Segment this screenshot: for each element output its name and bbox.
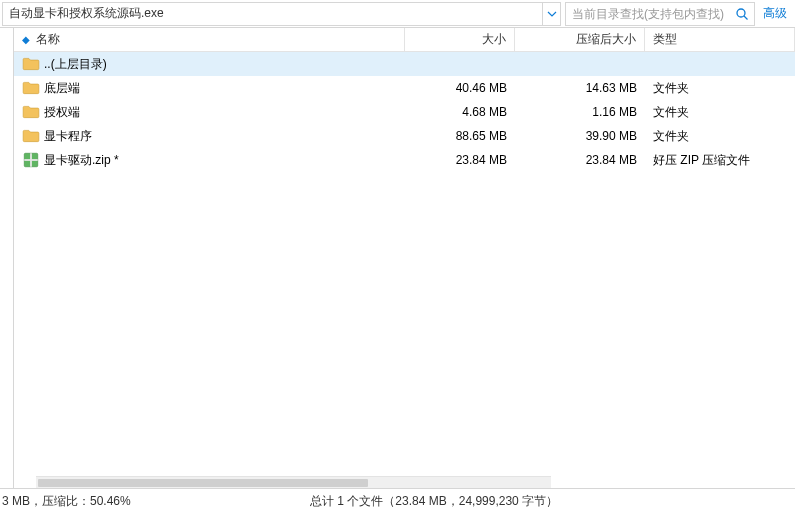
svg-line-1: [744, 16, 748, 20]
folder-icon: [22, 127, 40, 145]
search-input[interactable]: [566, 7, 730, 21]
column-header-type[interactable]: 类型: [645, 28, 795, 52]
file-row[interactable]: ..(上层目录): [14, 52, 795, 76]
file-compressed-cell: [515, 52, 645, 76]
chevron-down-icon: [547, 9, 557, 19]
file-name-cell: 底层端: [14, 76, 405, 100]
path-field[interactable]: 自动显卡和授权系统源码.exe: [2, 2, 561, 26]
file-name-label: 显卡程序: [44, 128, 92, 145]
file-size-cell: 4.68 MB: [405, 100, 515, 124]
file-type-cell: 文件夹: [645, 100, 795, 124]
folder-up-icon: [22, 55, 40, 73]
file-row[interactable]: 底层端40.46 MB14.63 MB文件夹: [14, 76, 795, 100]
status-bar: 3 MB，压缩比：50.46% 总计 1 个文件（23.84 MB，24,999…: [0, 488, 795, 514]
file-compressed-cell: 23.84 MB: [515, 148, 645, 172]
file-size-cell: 40.46 MB: [405, 76, 515, 100]
file-name-cell: 授权端: [14, 100, 405, 124]
scroll-thumb[interactable]: [38, 479, 368, 487]
svg-point-0: [737, 9, 745, 17]
file-name-label: ..(上层目录): [44, 56, 107, 73]
svg-rect-4: [30, 153, 32, 167]
status-left-text: 3 MB，压缩比：50.46%: [0, 493, 131, 510]
advanced-link[interactable]: 高级: [759, 5, 795, 22]
file-row[interactable]: 显卡驱动.zip *23.84 MB23.84 MB好压 ZIP 压缩文件: [14, 148, 795, 172]
file-size-cell: 23.84 MB: [405, 148, 515, 172]
column-headers: ◆ 名称 大小 压缩后大小 类型: [14, 28, 795, 52]
left-side-strip: [0, 28, 14, 488]
file-name-cell: 显卡程序: [14, 124, 405, 148]
folder-icon: [22, 79, 40, 97]
file-row[interactable]: 授权端4.68 MB1.16 MB文件夹: [14, 100, 795, 124]
sort-ascending-icon: ◆: [22, 34, 30, 45]
column-header-size[interactable]: 大小: [405, 28, 515, 52]
horizontal-scrollbar[interactable]: [36, 476, 551, 488]
file-compressed-cell: 14.63 MB: [515, 76, 645, 100]
status-center-text: 总计 1 个文件（23.84 MB，24,999,230 字节）: [310, 493, 558, 510]
top-toolbar: 自动显卡和授权系统源码.exe 高级: [0, 0, 795, 28]
column-header-name[interactable]: ◆ 名称: [14, 28, 405, 52]
column-header-compressed[interactable]: 压缩后大小: [515, 28, 645, 52]
file-name-label: 授权端: [44, 104, 80, 121]
file-name-label: 底层端: [44, 80, 80, 97]
file-row[interactable]: 显卡程序88.65 MB39.90 MB文件夹: [14, 124, 795, 148]
file-type-cell: 好压 ZIP 压缩文件: [645, 148, 795, 172]
file-list[interactable]: ..(上层目录)底层端40.46 MB14.63 MB文件夹授权端4.68 MB…: [14, 52, 795, 476]
file-name-cell: ..(上层目录): [14, 52, 405, 76]
file-size-cell: 88.65 MB: [405, 124, 515, 148]
folder-icon: [22, 103, 40, 121]
file-name-cell: 显卡驱动.zip *: [14, 148, 405, 172]
file-compressed-cell: 39.90 MB: [515, 124, 645, 148]
zip-icon: [22, 151, 40, 169]
file-size-cell: [405, 52, 515, 76]
path-text: 自动显卡和授权系统源码.exe: [3, 5, 170, 22]
search-box[interactable]: [565, 2, 755, 26]
search-icon: [735, 7, 749, 21]
file-type-cell: 文件夹: [645, 124, 795, 148]
file-name-label: 显卡驱动.zip *: [44, 152, 119, 169]
column-header-name-label: 名称: [36, 31, 60, 48]
search-button[interactable]: [730, 3, 754, 25]
file-compressed-cell: 1.16 MB: [515, 100, 645, 124]
file-type-cell: 文件夹: [645, 76, 795, 100]
path-dropdown-button[interactable]: [542, 3, 560, 25]
file-type-cell: [645, 52, 795, 76]
